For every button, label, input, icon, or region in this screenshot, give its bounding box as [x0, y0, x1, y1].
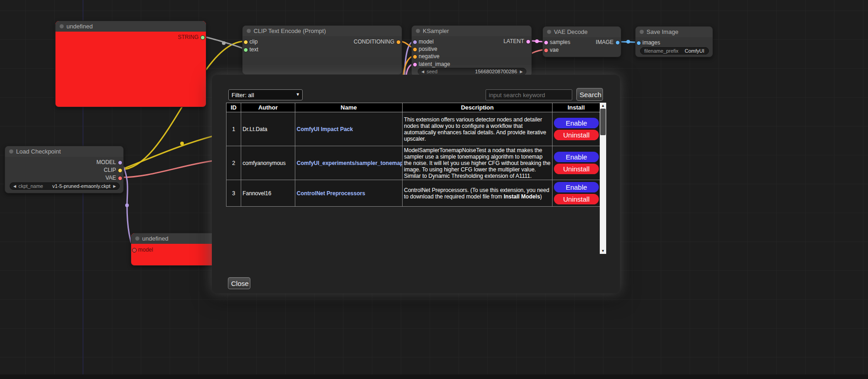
filter-select[interactable]: Filter: all — [228, 89, 303, 100]
collapse-dot-icon[interactable] — [547, 30, 551, 34]
node-titlebar[interactable]: undefined — [131, 233, 215, 244]
wire-vae-out — [121, 160, 216, 177]
output-slot-string[interactable] — [200, 35, 205, 40]
table-scrollbar[interactable]: ▲ ▼ — [600, 103, 606, 254]
enable-button[interactable]: Enable — [554, 118, 599, 128]
cell-name: ComfyUI Impact Pack — [295, 112, 403, 146]
node-graph-canvas[interactable]: undefined STRING CLIP Text Encode (Promp… — [0, 0, 868, 379]
link-dot-string[interactable] — [222, 41, 226, 45]
widget-value: ComfyUI — [685, 48, 706, 54]
output-slot-clip[interactable] — [118, 168, 122, 173]
wire-clip-to-hidden-encoder — [121, 135, 216, 170]
scroll-up-icon[interactable]: ▲ — [600, 103, 606, 109]
node-title: Save Image — [647, 28, 678, 35]
search-button[interactable]: Search — [576, 88, 603, 101]
cell-author: Fannovel16 — [241, 180, 295, 207]
cell-id: 2 — [227, 146, 241, 180]
increment-arrow-icon[interactable]: ▶ — [519, 70, 524, 74]
node-ksampler[interactable]: KSampler model positive negative latent_… — [411, 25, 532, 77]
link-dot-latent[interactable] — [535, 39, 539, 43]
cell-install: Enable Uninstall — [553, 180, 600, 207]
output-label-clip: CLIP — [104, 167, 116, 173]
widget-value: v1-5-pruned-emaonly.ckpt — [52, 183, 112, 189]
link-dot-image[interactable] — [626, 40, 630, 44]
collapse-dot-icon[interactable] — [416, 29, 420, 33]
enable-button[interactable]: Enable — [554, 182, 599, 192]
table-row: 1 Dr.Lt.Data ComfyUI Impact Pack This ex… — [227, 112, 600, 146]
input-label-vae: vae — [550, 47, 558, 53]
node-clip-text-encode[interactable]: CLIP Text Encode (Prompt) clip text COND… — [242, 25, 402, 75]
output-slot-conditioning[interactable] — [396, 40, 401, 44]
collapse-dot-icon[interactable] — [247, 29, 251, 33]
input-label-model: model — [419, 38, 434, 45]
link-dot-model[interactable] — [125, 203, 129, 207]
widget-label: filename_prefix — [644, 48, 679, 54]
input-label-samples: samples — [550, 39, 570, 45]
cell-install: Enable Uninstall — [553, 146, 600, 180]
input-slot-model[interactable] — [132, 248, 137, 253]
uninstall-button[interactable]: Uninstall — [554, 194, 599, 204]
output-label-vae: VAE — [105, 175, 116, 181]
seed-widget[interactable]: ◀ seed 156680208700286 ▶ — [418, 68, 526, 75]
ckpt-name-widget[interactable]: ◀ ckpt_name v1-5-pruned-emaonly.ckpt ▶ — [10, 182, 120, 190]
next-arrow-icon[interactable]: ▶ — [112, 184, 117, 188]
node-load-checkpoint[interactable]: Load Checkpoint MODEL CLIP VAE ◀ ckpt_na… — [5, 146, 124, 193]
input-slot-clip[interactable] — [243, 40, 248, 44]
header-description: Description — [403, 103, 553, 112]
collapse-dot-icon[interactable] — [135, 236, 139, 241]
close-button[interactable]: Close — [228, 277, 250, 289]
input-slot-text[interactable] — [243, 48, 248, 52]
output-slot-latent[interactable] — [526, 39, 531, 44]
cell-description: ModelSamplerTonemapNoiseTest a node that… — [403, 146, 553, 180]
cell-author: Dr.Lt.Data — [241, 112, 295, 146]
input-slot-latent-image[interactable] — [413, 62, 417, 67]
node-titlebar[interactable]: undefined — [55, 21, 206, 32]
input-label-latent-image: latent_image — [419, 61, 450, 67]
description-bold: Install Models — [503, 193, 540, 200]
collapse-dot-icon[interactable] — [60, 24, 64, 28]
input-slot-vae[interactable] — [544, 48, 548, 53]
scrollbar-thumb[interactable] — [600, 109, 606, 135]
extension-link[interactable]: ControlNet Preprocessors — [297, 190, 365, 197]
extension-link[interactable]: ComfyUI Impact Pack — [297, 126, 353, 132]
collapse-dot-icon[interactable] — [640, 30, 644, 34]
node-vae-decode[interactable]: VAE Decode samples vae IMAGE — [542, 26, 621, 57]
enable-button[interactable]: Enable — [554, 152, 599, 162]
node-titlebar[interactable]: Save Image — [636, 27, 713, 37]
prev-arrow-icon[interactable]: ◀ — [12, 184, 17, 188]
scroll-down-icon[interactable]: ▼ — [600, 248, 606, 254]
collapse-dot-icon[interactable] — [9, 149, 13, 154]
output-label-image: IMAGE — [596, 39, 614, 45]
node-titlebar[interactable]: VAE Decode — [543, 27, 621, 37]
input-label-model: model — [138, 247, 153, 253]
decrement-arrow-icon[interactable]: ◀ — [420, 70, 425, 74]
input-slot-samples[interactable] — [544, 40, 548, 45]
input-slot-model[interactable] — [413, 40, 417, 44]
cell-id: 1 — [227, 112, 241, 146]
uninstall-button[interactable]: Uninstall — [554, 164, 599, 174]
table-row: 2 comfyanonymous ComfyUI_experiments/sam… — [227, 146, 600, 180]
input-slot-images[interactable] — [636, 41, 641, 45]
header-name: Name — [295, 103, 403, 112]
extension-link[interactable]: ComfyUI_experiments/sampler_tonemap — [297, 160, 403, 166]
search-input[interactable] — [486, 89, 572, 100]
node-titlebar[interactable]: Load Checkpoint — [5, 146, 123, 157]
input-slot-positive[interactable] — [413, 47, 417, 52]
output-label-latent: LATENT — [503, 38, 524, 44]
node-undefined-top[interactable]: undefined STRING — [55, 21, 206, 107]
widget-label: ckpt_name — [18, 183, 43, 189]
node-save-image[interactable]: Save Image images filename_prefix ComfyU… — [635, 26, 713, 57]
node-title: CLIP Text Encode (Prompt) — [254, 27, 326, 34]
node-titlebar[interactable]: KSampler — [412, 26, 531, 36]
extension-table: ID Author Name Description Install 1 Dr.… — [226, 103, 600, 207]
node-undefined-bottom[interactable]: undefined model — [131, 233, 216, 266]
link-dot-clip[interactable] — [180, 142, 184, 145]
filename-prefix-widget[interactable]: filename_prefix ComfyUI — [640, 47, 709, 55]
uninstall-button[interactable]: Uninstall — [554, 130, 599, 140]
output-slot-model[interactable] — [118, 160, 122, 165]
extension-table-wrap: ID Author Name Description Install 1 Dr.… — [226, 103, 606, 207]
node-titlebar[interactable]: CLIP Text Encode (Prompt) — [243, 26, 402, 36]
input-slot-negative[interactable] — [413, 55, 417, 59]
output-slot-image[interactable] — [615, 40, 620, 45]
output-slot-vae[interactable] — [118, 176, 122, 181]
